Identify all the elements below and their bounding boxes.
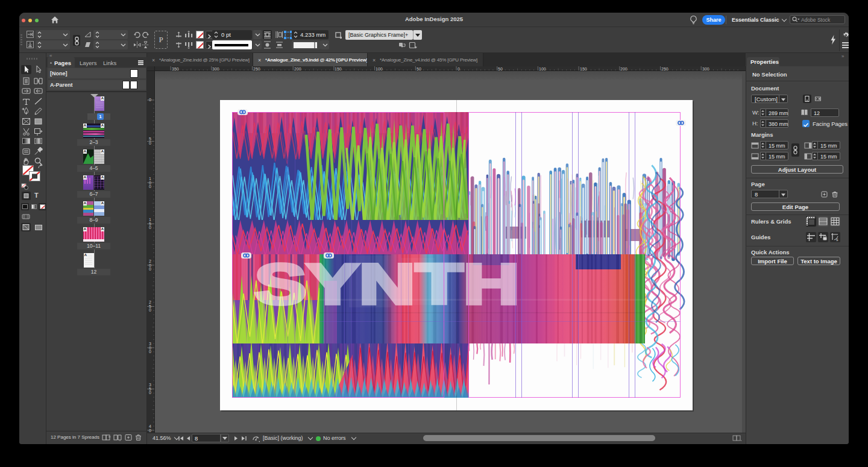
svg-text:SYNTH: SYNTH [254,252,520,316]
svg-text:s: s [836,237,838,242]
